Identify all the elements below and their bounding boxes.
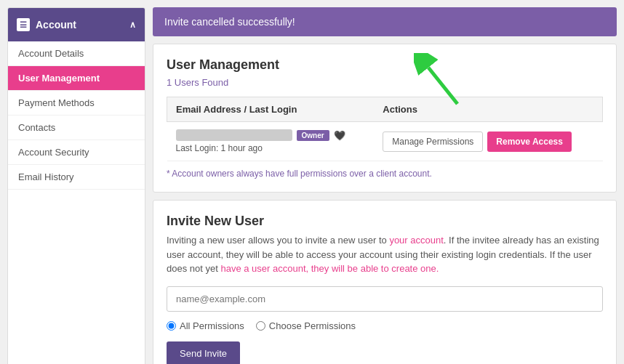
invite-title: Invite New User bbox=[167, 214, 603, 229]
radio-choose-permissions[interactable]: Choose Permissions bbox=[256, 320, 356, 331]
col-actions: Actions bbox=[374, 97, 602, 122]
table-wrap: Email Address / Last Login Actions Owner bbox=[167, 97, 603, 161]
email-blurred bbox=[176, 129, 292, 141]
radio-group: All Permissions Choose Permissions bbox=[167, 320, 603, 331]
permissions-note: * Account owners always have full permis… bbox=[167, 169, 603, 179]
sidebar-nav: Account Details User Management Payment … bbox=[8, 41, 145, 190]
main-content: Invite cancelled successfully! User Mana… bbox=[153, 7, 617, 364]
users-found-count: 1 Users Found bbox=[167, 77, 603, 88]
account-icon: ☰ bbox=[17, 18, 30, 31]
invite-card: Invite New User Inviting a new user allo… bbox=[153, 200, 617, 364]
last-login: Last Login: 1 hour ago bbox=[176, 143, 366, 153]
sidebar-item-user-management[interactable]: User Management bbox=[8, 66, 145, 91]
chevron-icon: ∧ bbox=[129, 20, 136, 30]
sidebar-item-email-history[interactable]: Email History bbox=[8, 165, 145, 190]
user-table: Email Address / Last Login Actions Owner bbox=[167, 97, 603, 161]
svg-line-1 bbox=[428, 68, 457, 104]
user-management-card: User Management 1 Users Found Email Addr… bbox=[153, 44, 617, 193]
page-wrapper: ☰ Account ∧ Account Details User Managem… bbox=[0, 0, 624, 364]
sidebar-item-account-details[interactable]: Account Details bbox=[8, 41, 145, 66]
remove-access-button[interactable]: Remove Access bbox=[487, 132, 572, 152]
invite-description: Inviting a new user allows you to invite… bbox=[167, 233, 603, 276]
sidebar-item-account-security[interactable]: Account Security bbox=[8, 140, 145, 165]
sidebar: ☰ Account ∧ Account Details User Managem… bbox=[7, 7, 145, 364]
actions-cell: Manage Permissions Remove Access bbox=[383, 132, 593, 152]
owner-badge: Owner bbox=[297, 130, 329, 141]
sidebar-header: ☰ Account ∧ bbox=[8, 8, 145, 41]
your-account-link: your account bbox=[389, 235, 443, 246]
user-management-title: User Management bbox=[167, 57, 603, 73]
sidebar-item-contacts[interactable]: Contacts bbox=[8, 116, 145, 140]
invite-email-input[interactable] bbox=[167, 286, 603, 312]
manage-permissions-button[interactable]: Manage Permissions bbox=[383, 132, 483, 152]
green-arrow bbox=[414, 53, 472, 111]
table-row: Owner 🖤 Last Login: 1 hour ago bbox=[167, 122, 603, 161]
radio-all-permissions[interactable]: All Permissions bbox=[167, 320, 244, 331]
sidebar-item-payment-methods[interactable]: Payment Methods bbox=[8, 91, 145, 116]
notification-message: Invite cancelled successfully! bbox=[164, 16, 295, 28]
heart-icon: 🖤 bbox=[334, 130, 345, 141]
sidebar-title: Account bbox=[36, 19, 76, 31]
notification-banner: Invite cancelled successfully! bbox=[153, 7, 617, 36]
send-invite-button[interactable]: Send Invite bbox=[167, 341, 240, 365]
email-cell: Owner 🖤 Last Login: 1 hour ago bbox=[176, 129, 366, 153]
col-email: Email Address / Last Login bbox=[167, 97, 375, 122]
